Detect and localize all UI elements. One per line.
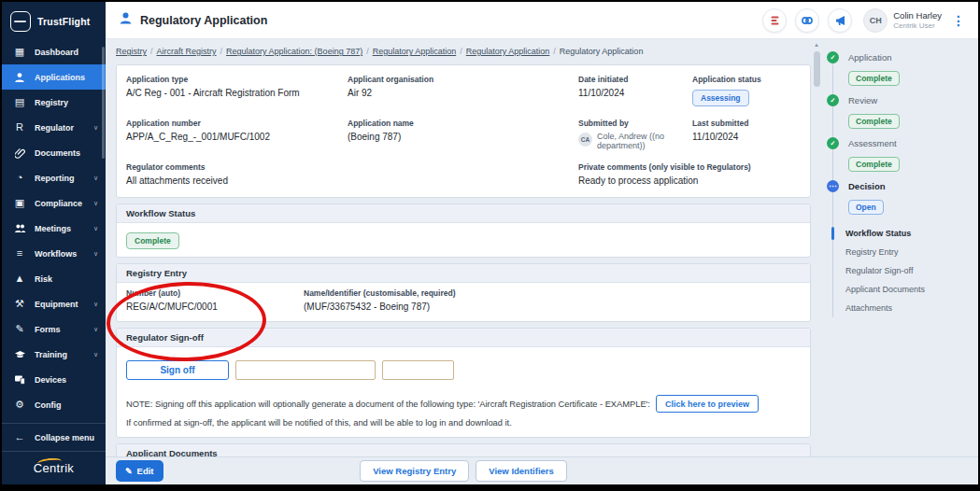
field-label: Application number (126, 119, 348, 128)
sidebar-item-training[interactable]: Training ∨ (2, 342, 106, 367)
announcement-button[interactable] (828, 8, 852, 33)
paperclip-icon (13, 147, 26, 159)
workflows-icon: ≡ (13, 248, 26, 259)
sidebar-item-workflows[interactable]: ≡ Workflows ∨ (2, 241, 106, 266)
view-registry-entry-button[interactable]: View Registry Entry (360, 460, 469, 482)
scrollbar-thumb[interactable] (814, 51, 820, 87)
regulator-signoff-card: Regulator Sign-off Sign off NOTE: Signin… (116, 328, 811, 438)
sidebar-item-equipment[interactable]: ⚒ Equipment ∨ (2, 291, 106, 316)
subnav-applicant-documents[interactable]: Applicant Documents (833, 280, 978, 299)
field-label: Submitted by (578, 119, 692, 128)
field-value: (MUF/33675432 - Boeing 787) (304, 302, 801, 312)
sidebar-scrollbar[interactable] (102, 47, 105, 159)
section-title: Registry Entry (126, 268, 187, 278)
sidebar-item-applications[interactable]: Applications (2, 64, 106, 90)
chevron-down-icon: ∨ (93, 326, 98, 333)
signoff-reference-input[interactable] (382, 360, 454, 380)
field-registry-number: Number (auto) REG/A/C/MUFC/0001 (126, 288, 304, 312)
sidebar-item-regulator[interactable]: R Regulator ∨ (2, 115, 106, 140)
cards-column: Application type A/C Reg - 001 - Aircraf… (116, 64, 811, 484)
field-application-status: Application status Assessing (692, 75, 801, 106)
sidebar-item-label: Equipment (35, 300, 93, 309)
breadcrumb-link[interactable]: Registry (116, 47, 147, 56)
submitter-avatar: CA (578, 133, 592, 147)
breadcrumb-link[interactable]: Regulatory Application (466, 47, 550, 56)
chevron-down-icon: ∨ (93, 351, 98, 358)
kebab-menu-icon[interactable]: ⋮ (950, 13, 967, 28)
sidebar-item-config[interactable]: ⚙ Config (2, 392, 106, 417)
field-label: Name/Identifier (customisable, required) (304, 288, 801, 298)
collapse-menu-button[interactable]: ← Collapse menu (2, 423, 106, 451)
workflow-status-card: Workflow Status Complete (116, 203, 811, 258)
sidebar-item-risk[interactable]: ▲ Risk (2, 266, 106, 291)
sidebar: TrustFlight ▦ Dashboard Applications ▤ R… (2, 2, 106, 484)
top-header-bar: Regulatory Application CH Colin Harley C… (106, 2, 978, 39)
step-decision: ⋯ Decision Open (827, 180, 978, 215)
chevron-down-icon: ∨ (93, 250, 98, 258)
workflow-stepper: ✓ Application Complete ✓ Review Complete… (827, 51, 978, 317)
field-date-initiated: Date initiated 11/10/2024 (578, 75, 692, 106)
breadcrumb-separator: / (150, 47, 153, 56)
signoff-note-text: NOTE: Signing off this application will … (126, 400, 650, 409)
application-person-icon (119, 11, 133, 29)
trustflight-logo-icon (10, 11, 31, 32)
step-application: ✓ Application Complete (827, 51, 978, 86)
risk-triangle-icon: ▲ (13, 274, 26, 284)
sidebar-item-label: Risk (35, 274, 98, 284)
user-menu[interactable]: CH Colin Harley Centrik User (863, 8, 942, 33)
screenshot-frame: TrustFlight ▦ Dashboard Applications ▤ R… (0, 0, 980, 491)
field-label: Date initiated (578, 75, 692, 84)
signoff-date-input[interactable] (235, 360, 376, 380)
breadcrumb: Registry/Aircraft Registry/Regulatory Ap… (116, 47, 643, 56)
sidebar-item-meetings[interactable]: Meetings ∨ (2, 216, 106, 241)
workflow-status-badge: Complete (126, 232, 179, 249)
sidebar-item-reporting[interactable]: ◔ Reporting ∨ (2, 165, 106, 190)
submitter-name: Cole, Andrew ((no department)) (597, 132, 689, 150)
view-identifiers-button[interactable]: View Identifiers (476, 460, 567, 482)
app-window: TrustFlight ▦ Dashboard Applications ▤ R… (2, 2, 978, 484)
step-review: ✓ Review Complete (827, 94, 978, 129)
scrollbar-up-arrow[interactable]: ▲ (812, 41, 821, 49)
field-label: Last submitted (692, 119, 801, 128)
link-button[interactable] (795, 8, 819, 33)
sign-off-button[interactable]: Sign off (126, 360, 229, 380)
collapse-menu-label: Collapse menu (35, 433, 94, 442)
subnav-regulator-signoff[interactable]: Regulator Sign-off (833, 261, 978, 280)
breadcrumb-separator: / (553, 47, 556, 56)
field-value: 11/10/2024 (692, 132, 801, 142)
chevron-down-icon: ∨ (93, 175, 98, 182)
breadcrumb-link[interactable]: Aircraft Registry (157, 47, 217, 56)
section-header: Regulator Sign-off (117, 329, 810, 347)
sidebar-item-dashboard[interactable]: ▦ Dashboard (2, 39, 106, 64)
sidebar-item-label: Applications (35, 73, 98, 82)
content-scrollbar[interactable]: ▲ (812, 41, 821, 455)
sidebar-item-devices[interactable]: Devices (2, 367, 106, 392)
section-header: Registry Entry (117, 264, 810, 283)
sidebar-item-compliance[interactable]: ▣ Compliance ∨ (2, 190, 106, 216)
breadcrumb-current: Regulatory Application (560, 47, 644, 56)
step-label: Application (848, 52, 891, 63)
step-label: Assessment (848, 138, 897, 148)
sidebar-item-forms[interactable]: ✎ Forms ∨ (2, 316, 106, 342)
task-list-button[interactable] (762, 8, 787, 33)
preview-certificate-button[interactable]: Click here to preview (656, 395, 759, 413)
field-application-number: Application number APP/A_C_Reg_-_001/MUF… (126, 119, 348, 150)
sidebar-item-label: Devices (35, 375, 98, 385)
people-icon (13, 223, 26, 233)
field-registry-name: Name/Identifier (customisable, required)… (304, 288, 801, 312)
breadcrumb-separator: / (220, 47, 223, 56)
subnav-workflow-status[interactable]: Workflow Status (833, 224, 978, 243)
subnav-registry-entry[interactable]: Registry Entry (833, 243, 978, 261)
content-area: Registry/Aircraft Registry/Regulatory Ap… (106, 39, 978, 484)
sidebar-item-registry[interactable]: ▤ Registry (2, 90, 106, 115)
sidebar-item-label: Compliance (35, 199, 93, 208)
forms-icon: ✎ (13, 324, 26, 334)
task-list-icon (769, 15, 781, 26)
subnav-attachments[interactable]: Attachments (833, 299, 978, 317)
sidebar-item-documents[interactable]: Documents (2, 140, 106, 165)
field-value: (Boeing 787) (348, 132, 578, 142)
breadcrumb-link[interactable]: Regulatory Application (373, 47, 457, 56)
breadcrumb-link[interactable]: Regulatory Application: (Boeing 787) (226, 47, 362, 56)
field-value: REG/A/C/MUFC/0001 (126, 302, 304, 312)
wrench-icon: ⚒ (13, 299, 26, 309)
